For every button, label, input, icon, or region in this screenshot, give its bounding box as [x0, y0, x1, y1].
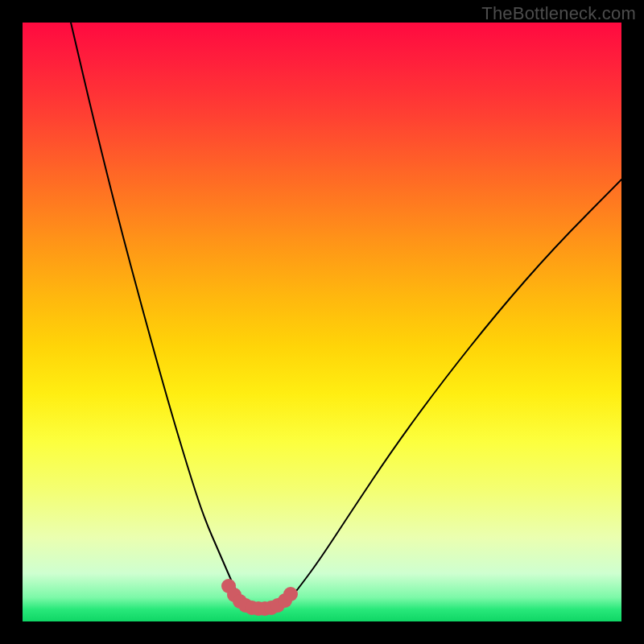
- bead-point: [283, 587, 298, 601]
- right-curve: [290, 180, 621, 599]
- left-curve: [71, 23, 246, 605]
- chart-frame: [23, 23, 621, 621]
- chart-svg: [23, 23, 621, 621]
- watermark-text: TheBottleneck.com: [481, 3, 636, 24]
- floor-beads-group: [221, 579, 298, 616]
